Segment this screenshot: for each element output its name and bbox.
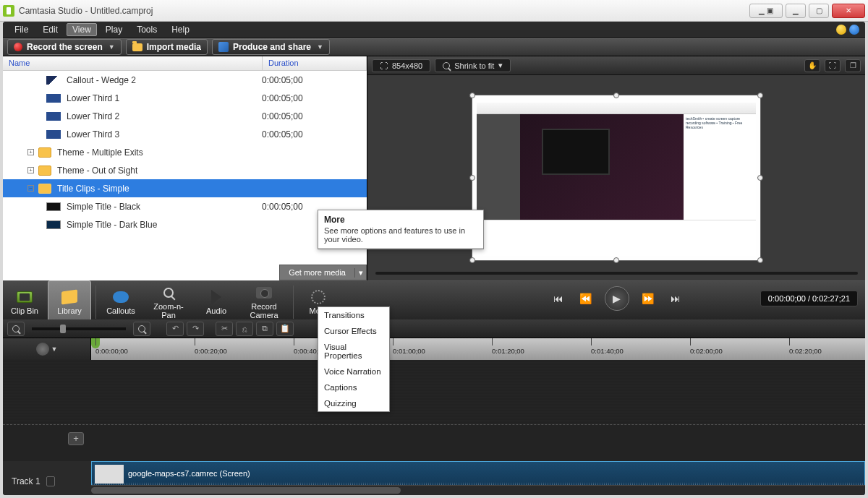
menu-item-visual-properties[interactable]: Visual Properties [318,339,389,364]
record-screen-button[interactable]: Record the screen ▼ [7,39,122,55]
undo-button[interactable]: ↶ [166,322,184,336]
more-menu: Transitions Cursor Effects Visual Proper… [318,306,390,412]
theme-folder[interactable]: + Theme - Out of Sight [3,161,367,179]
maximize-button[interactable]: ▢ [809,4,829,18]
menu-tools[interactable]: Tools [131,23,163,36]
close-button[interactable]: ✕ [832,4,865,18]
play-button[interactable]: ▶ [605,286,629,311]
timeline-options[interactable]: ▼ [3,338,91,360]
tooltip-desc: See more options and features to use in … [318,226,483,249]
tab-label: Clip Bin [11,306,38,315]
tab-zoom-pan[interactable]: Zoom-n- Pan [142,280,195,324]
tab-audio[interactable]: Audio [195,280,238,324]
tab-library[interactable]: Library [48,280,91,324]
prev-frame-button[interactable]: ⏮ [550,290,567,307]
cut-button[interactable]: ✂ [216,322,233,336]
folder-icon [38,166,51,176]
clip-bin-icon [17,291,33,303]
tips-icon[interactable] [836,25,846,35]
menu-help[interactable]: Help [166,23,195,36]
timeline-ruler[interactable]: 0:00:00;00 0:00:20;00 0:00:40;00 0:01:00… [91,338,865,360]
track-header[interactable]: Track 1 [3,461,91,495]
list-item[interactable]: Simple Title - Dark Blue [3,215,367,233]
list-item[interactable]: Lower Third 1 0:00:05;00 [3,89,367,107]
col-name[interactable]: Name [3,56,263,70]
resize-handle[interactable] [469,257,475,263]
playback-slider[interactable] [375,272,858,275]
list-item[interactable]: Lower Third 2 0:00:05;00 [3,107,367,125]
tab-callouts[interactable]: Callouts [99,280,142,324]
resize-handle[interactable] [613,257,619,263]
produce-share-button[interactable]: Produce and share ▼ [212,39,330,55]
rewind-button[interactable]: ⏪ [577,290,595,307]
folder-label: Theme - Out of Sight [57,166,137,176]
tab-label: Zoom-n- Pan [153,302,184,319]
fullscreen-button[interactable]: ⛶ [825,59,841,72]
timeline-scrollbar[interactable] [91,485,865,495]
menu-item-cursor-effects[interactable]: Cursor Effects [318,323,389,339]
library-list[interactable]: Callout - Wedge 2 0:00:05;00 Lower Third… [3,71,367,280]
library-icon [61,289,77,304]
minimize-button[interactable]: ▁ [786,4,806,18]
redo-button[interactable]: ↷ [187,322,204,336]
get-more-media-button[interactable]: Get more media ▾ [279,265,367,280]
zoom-in-button[interactable] [133,322,150,336]
import-media-button[interactable]: Import media [126,39,208,55]
menu-item-captions[interactable]: Captions [318,379,389,395]
col-duration[interactable]: Duration [263,56,367,70]
tab-clip-bin[interactable]: Clip Bin [3,280,46,324]
menu-view[interactable]: View [67,23,97,36]
menu-edit[interactable]: Edit [37,23,64,36]
expand-icon[interactable]: + [27,149,34,155]
resize-handle[interactable] [469,93,475,98]
search-icon [443,62,450,69]
empty-track-area[interactable] [3,360,865,425]
preview-canvas[interactable]: techSmith ▪ create screen capture record… [472,95,761,261]
timeline-body[interactable]: + Track 1 google-maps-cs7.camrec (Screen… [3,360,865,485]
canvas-dimensions-button[interactable]: ⛶ 854x480 [372,59,430,72]
expand-icon[interactable]: + [27,167,34,173]
list-item[interactable]: Callout - Wedge 2 0:00:05;00 [3,71,367,89]
resize-handle[interactable] [613,93,619,98]
chevron-down-icon[interactable]: ▾ [354,268,366,278]
lower-third-icon [46,130,61,139]
zoom-fit-button[interactable]: Shrink to fit ▾ [435,59,511,72]
theme-folder-selected[interactable]: − Title Clips - Simple [3,179,367,197]
zoom-out-button[interactable] [7,322,25,336]
slider-knob[interactable] [60,325,66,333]
tab-record-camera[interactable]: Record Camera [238,280,290,324]
more-icon [311,290,326,304]
help-icon[interactable] [849,25,859,35]
tick-label: 0:01:40;00 [591,347,624,355]
split-button[interactable]: ⎌ [236,322,253,336]
list-item[interactable]: Simple Title - Black 0:00:05;00 [3,197,367,215]
theme-folder[interactable]: + Theme - Multiple Exits [3,143,367,161]
list-item[interactable]: Lower Third 3 0:00:05;00 [3,125,367,143]
pan-button[interactable]: ✋ [804,59,820,72]
copy-button[interactable]: ⧉ [256,322,273,336]
resize-handle[interactable] [757,257,763,263]
add-track-button[interactable]: + [68,432,84,445]
scrollbar-thumb[interactable] [91,487,401,494]
record-icon [14,43,22,51]
collapse-icon[interactable]: − [27,185,34,192]
item-name: Lower Third 3 [67,129,262,139]
resize-icon: ⛶ [380,61,388,70]
resize-handle[interactable] [757,93,763,98]
menu-item-voice-narration[interactable]: Voice Narration [318,364,389,379]
menu-file[interactable]: File [9,23,34,36]
resize-handle[interactable] [469,175,475,181]
paste-button[interactable]: 📋 [276,322,294,336]
menu-item-transitions[interactable]: Transitions [318,307,389,323]
zoom-slider[interactable] [32,327,126,330]
minimize-group-button[interactable]: ▁ ▣ [749,4,783,18]
resize-handle[interactable] [757,175,763,181]
next-frame-button[interactable]: ⏭ [667,290,684,307]
forward-button[interactable]: ⏩ [639,290,657,307]
preview-canvas-area[interactable]: techSmith ▪ create screen capture record… [367,75,865,280]
lock-icon[interactable] [46,476,55,486]
detach-button[interactable]: ❐ [845,59,861,72]
menu-item-quizzing[interactable]: Quizzing [318,395,389,411]
title-clip-icon [46,220,61,229]
menu-play[interactable]: Play [100,23,128,36]
